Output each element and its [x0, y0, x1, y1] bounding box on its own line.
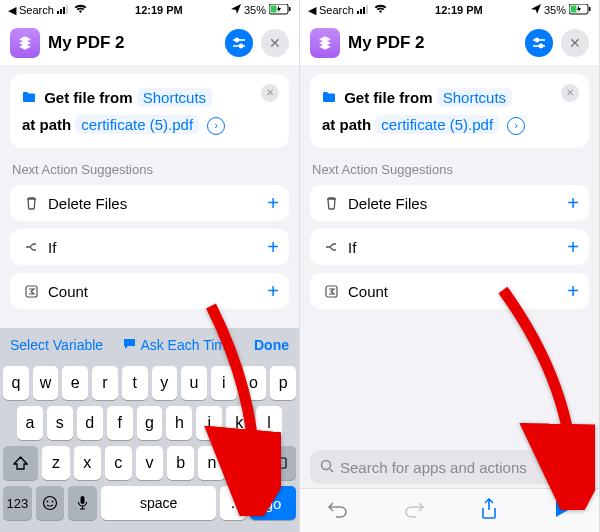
settings-button[interactable] — [525, 29, 553, 57]
folder-icon — [22, 89, 40, 106]
suggestion-delete-files[interactable]: Delete Files + — [310, 185, 589, 221]
key-o[interactable]: o — [241, 366, 267, 400]
emoji-key[interactable] — [36, 486, 65, 520]
suggestion-if[interactable]: If + — [10, 229, 289, 265]
add-icon[interactable]: + — [567, 236, 579, 259]
get-file-action[interactable]: ✕ Get file from Shortcuts at path certif… — [310, 74, 589, 148]
key-r[interactable]: r — [92, 366, 118, 400]
undo-button[interactable] — [327, 499, 349, 523]
add-icon[interactable]: + — [567, 192, 579, 215]
svg-rect-19 — [366, 5, 368, 14]
key-g[interactable]: g — [137, 406, 163, 440]
close-button[interactable]: ✕ — [561, 29, 589, 57]
suggestion-delete-files[interactable]: Delete Files + — [10, 185, 289, 221]
key-l[interactable]: l — [256, 406, 282, 440]
signal-icon — [57, 4, 71, 16]
bottom-toolbar — [300, 488, 599, 532]
settings-button[interactable] — [225, 29, 253, 57]
shortcut-app-icon — [310, 28, 340, 58]
add-icon[interactable]: + — [267, 280, 279, 303]
source-token[interactable]: Shortcuts — [437, 88, 512, 107]
svg-rect-16 — [357, 11, 359, 14]
battery-icon — [569, 4, 591, 17]
key-m[interactable]: m — [229, 446, 256, 480]
add-icon[interactable]: + — [267, 236, 279, 259]
back-label[interactable]: Search — [319, 4, 354, 16]
key-i[interactable]: i — [211, 366, 237, 400]
run-button[interactable] — [552, 499, 572, 523]
ask-each-time-button[interactable]: Ask Each Time — [123, 337, 233, 353]
svg-point-10 — [239, 44, 242, 47]
key-y[interactable]: y — [152, 366, 178, 400]
done-button[interactable]: Done — [254, 337, 289, 353]
shortcut-title[interactable]: My PDF 2 — [48, 33, 217, 53]
search-placeholder: Search for apps and actions — [340, 459, 527, 476]
search-input[interactable]: Search for apps and actions — [310, 450, 589, 484]
key-j[interactable]: j — [196, 406, 222, 440]
key-n[interactable]: n — [198, 446, 225, 480]
key-w[interactable]: w — [33, 366, 59, 400]
key-s[interactable]: s — [47, 406, 73, 440]
expand-action-icon[interactable]: › — [207, 117, 225, 135]
back-arrow-icon[interactable]: ◀ — [8, 4, 16, 17]
suggestion-label: Count — [348, 283, 567, 300]
keyboard-accessory-bar: Select Variable Ask Each Time Done — [0, 328, 299, 362]
path-token[interactable]: certificate (5).pdf — [375, 115, 499, 134]
dictation-key[interactable] — [68, 486, 97, 520]
add-icon[interactable]: + — [267, 192, 279, 215]
suggestions-heading: Next Action Suggestions — [12, 162, 287, 177]
suggestion-count[interactable]: Count + — [310, 273, 589, 309]
key-b[interactable]: b — [167, 446, 194, 480]
key-c[interactable]: c — [105, 446, 132, 480]
shortcut-app-icon — [10, 28, 40, 58]
back-label[interactable]: Search — [19, 4, 54, 16]
close-button[interactable]: ✕ — [261, 29, 289, 57]
space-key[interactable]: space — [101, 486, 216, 520]
svg-rect-0 — [57, 11, 59, 14]
sigma-icon — [320, 285, 342, 298]
period-key[interactable]: . — [220, 486, 246, 520]
get-file-action[interactable]: ✕ Get file from Shortcuts at path certif… — [10, 74, 289, 148]
battery-percent: 35% — [244, 4, 266, 16]
key-d[interactable]: d — [77, 406, 103, 440]
remove-action-icon[interactable]: ✕ — [561, 84, 579, 102]
suggestion-label: Delete Files — [48, 195, 267, 212]
suggestion-count[interactable]: Count + — [10, 273, 289, 309]
key-h[interactable]: h — [166, 406, 192, 440]
svg-rect-5 — [271, 5, 277, 12]
keyboard: qwertyuiop asdfghjkl zxcvbnm 123 space .… — [0, 362, 299, 532]
remove-action-icon[interactable]: ✕ — [261, 84, 279, 102]
header: My PDF 2 ✕ — [0, 20, 299, 66]
add-icon[interactable]: + — [567, 280, 579, 303]
suggestion-if[interactable]: If + — [310, 229, 589, 265]
key-v[interactable]: v — [136, 446, 163, 480]
key-e[interactable]: e — [62, 366, 88, 400]
back-arrow-icon[interactable]: ◀ — [308, 4, 316, 17]
trash-icon — [20, 196, 42, 210]
key-p[interactable]: p — [270, 366, 296, 400]
key-x[interactable]: x — [74, 446, 101, 480]
shift-key[interactable] — [3, 446, 38, 480]
backspace-key[interactable] — [261, 446, 296, 480]
path-token[interactable]: certificate (5).pdf — [75, 115, 199, 134]
shortcut-title[interactable]: My PDF 2 — [348, 33, 517, 53]
key-z[interactable]: z — [42, 446, 69, 480]
key-u[interactable]: u — [181, 366, 207, 400]
redo-button[interactable] — [403, 499, 425, 523]
content-area: ✕ Get file from Shortcuts at path certif… — [300, 66, 599, 446]
key-a[interactable]: a — [17, 406, 43, 440]
key-f[interactable]: f — [107, 406, 133, 440]
key-k[interactable]: k — [226, 406, 252, 440]
key-q[interactable]: q — [3, 366, 29, 400]
expand-action-icon[interactable]: › — [507, 117, 525, 135]
go-key[interactable]: go — [250, 486, 296, 520]
key-t[interactable]: t — [122, 366, 148, 400]
suggestion-label: If — [348, 239, 567, 256]
select-variable-button[interactable]: Select Variable — [10, 337, 103, 353]
svg-rect-3 — [66, 5, 68, 14]
source-token[interactable]: Shortcuts — [137, 88, 212, 107]
header: My PDF 2 ✕ — [300, 20, 599, 66]
svg-point-24 — [535, 38, 538, 41]
numbers-key[interactable]: 123 — [3, 486, 32, 520]
share-button[interactable] — [480, 498, 498, 524]
